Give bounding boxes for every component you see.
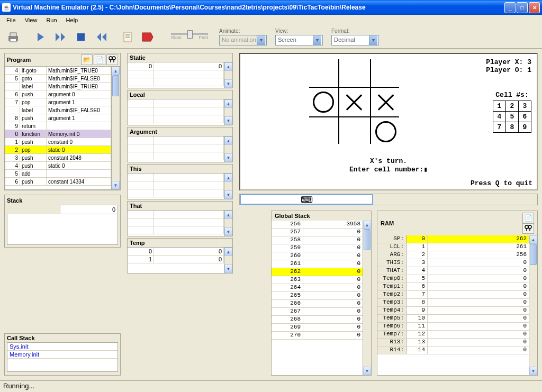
menu-file[interactable]: File (3, 16, 20, 24)
seg-row[interactable] (128, 107, 224, 115)
seg-row[interactable] (128, 99, 224, 107)
gstack-row[interactable]: 2610 (272, 260, 363, 268)
menu-help[interactable]: Help (62, 16, 82, 24)
gstack-row[interactable]: 2690 (272, 324, 363, 332)
rewind-button[interactable] (92, 28, 110, 46)
ram-scrollbar[interactable]: ▲▼ (529, 235, 537, 375)
ram-find-button[interactable] (522, 223, 534, 234)
ram-row[interactable]: LCL:1261 (377, 243, 529, 251)
seg-row[interactable] (128, 218, 224, 226)
find-button[interactable] (106, 54, 118, 65)
minimize-button[interactable]: _ (504, 2, 516, 13)
speed-slider[interactable] (171, 33, 208, 35)
ram-row[interactable]: Temp5:100 (377, 315, 529, 323)
seg-row[interactable] (128, 152, 224, 160)
open-folder-button[interactable]: 📂 (81, 54, 93, 65)
maximize-button[interactable]: □ (517, 2, 528, 13)
gstack-row[interactable]: 2670 (272, 308, 363, 316)
ram-row[interactable]: Temp4:90 (377, 307, 529, 315)
close-button[interactable]: ✕ (529, 2, 540, 13)
gstack-row[interactable]: 2590 (272, 244, 363, 252)
seg-row[interactable] (128, 226, 224, 234)
program-row[interactable]: 1pushconstant 0 (5, 138, 111, 146)
gstack-row[interactable]: 2570 (272, 229, 363, 236)
svg-rect-2 (10, 39, 16, 42)
fast-forward-button[interactable] (52, 28, 70, 46)
program-row[interactable]: 6pushargument 0 (5, 90, 111, 98)
program-row[interactable]: 6pushconstant 14334 (5, 178, 111, 186)
program-row[interactable]: labelMath.min$IF_TRUE0 (5, 83, 111, 90)
gstack-row[interactable]: 2600 (272, 252, 363, 260)
ram-row[interactable]: R13:130 (377, 339, 529, 347)
gstack-row[interactable]: 2660 (272, 300, 363, 308)
ram-row[interactable]: Temp7:120 (377, 331, 529, 339)
ram-row[interactable]: Temp0:50 (377, 275, 529, 283)
seg-row[interactable] (128, 115, 224, 123)
seg-row[interactable] (128, 136, 224, 144)
menu-run[interactable]: Run (42, 16, 60, 24)
ram-row[interactable]: Temp2:70 (377, 291, 529, 299)
gstack-row[interactable]: 2620 (272, 268, 363, 276)
that-scrollbar[interactable]: ▲▼ (224, 211, 232, 236)
seg-row[interactable] (128, 189, 224, 197)
seg-row[interactable] (128, 78, 224, 86)
seg-row[interactable] (128, 181, 224, 189)
ram-row[interactable]: Temp6:110 (377, 323, 529, 331)
ram-row[interactable]: Temp1:60 (377, 283, 529, 291)
program-row[interactable]: 5gotoMath.min$IF_FALSE0 (5, 75, 111, 83)
callstack-item[interactable]: Sys.init (7, 343, 118, 351)
script-button[interactable] (119, 28, 137, 46)
svg-point-13 (528, 225, 531, 229)
program-row[interactable]: 3pushconstant 2048 (5, 154, 111, 162)
java-icon: ☕ (2, 3, 11, 12)
new-file-button[interactable]: 📄 (94, 54, 105, 65)
gstack-row[interactable]: 2700 (272, 332, 363, 340)
gstack-row[interactable]: 2580 (272, 236, 363, 244)
program-row[interactable]: 0functionMemory.init 0 (5, 130, 111, 138)
ram-row[interactable]: R14:140 (377, 347, 529, 354)
seg-row[interactable] (128, 144, 224, 152)
stop-button[interactable] (72, 28, 90, 46)
seg-row[interactable] (128, 211, 224, 218)
step-button[interactable] (32, 28, 50, 46)
program-row[interactable]: 7popargument 1 (5, 98, 111, 106)
program-scrollbar[interactable]: ▲▼ (111, 67, 120, 189)
program-row[interactable]: 4pushstatic 0 (5, 162, 111, 170)
format-combo[interactable]: Decimal (331, 35, 379, 45)
ram-row[interactable]: SP:0262 (377, 235, 529, 243)
gstack-row[interactable]: 2650 (272, 292, 363, 300)
gstack-row[interactable]: 2630 (272, 276, 363, 284)
argument-scrollbar[interactable]: ▲▼ (224, 136, 232, 162)
callstack-item[interactable]: Memory.init (7, 351, 118, 359)
gstack-scrollbar[interactable]: ▲▼ (363, 221, 371, 375)
seg-row[interactable]: 00 (128, 62, 224, 70)
local-scrollbar[interactable]: ▲▼ (224, 99, 232, 125)
ram-row[interactable]: Temp3:80 (377, 299, 529, 307)
menu-view[interactable]: View (21, 16, 41, 24)
seg-row[interactable]: 00 (128, 248, 224, 256)
program-row[interactable]: 2popstatic 0 (5, 146, 111, 154)
program-row[interactable]: labelMath.min$IF_FALSE0 (5, 106, 111, 114)
seg-row[interactable] (128, 174, 224, 181)
seg-row[interactable]: 10 (128, 256, 224, 263)
seg-row[interactable] (128, 70, 224, 78)
this-scrollbar[interactable]: ▲▼ (224, 174, 232, 199)
ram-row[interactable]: THAT:40 (377, 267, 529, 275)
ram-row[interactable]: ARG:2256 (377, 251, 529, 259)
gstack-row[interactable]: 2563958 (272, 221, 363, 229)
gstack-row[interactable]: 2640 (272, 284, 363, 292)
keyboard-input[interactable]: ⌨ (240, 194, 373, 205)
view-combo[interactable]: Screen (275, 35, 323, 45)
breakpoint-button[interactable] (139, 28, 157, 46)
print-button[interactable] (4, 28, 22, 46)
ram-row[interactable]: THIS:30 (377, 259, 529, 267)
program-row[interactable]: 5add (5, 170, 111, 178)
gstack-row[interactable]: 2680 (272, 316, 363, 324)
temp-scrollbar[interactable]: ▲▼ (224, 248, 232, 273)
ram-file-button[interactable]: 📄 (522, 213, 534, 223)
program-row[interactable]: 4if-gotoMath.min$IF_TRUE0 (5, 67, 111, 75)
animate-combo[interactable]: No animation (219, 35, 267, 45)
program-row[interactable]: 8pushargument 1 (5, 114, 111, 122)
static-scrollbar[interactable]: ▲▼ (224, 62, 232, 88)
program-row[interactable]: 9return (5, 122, 111, 130)
